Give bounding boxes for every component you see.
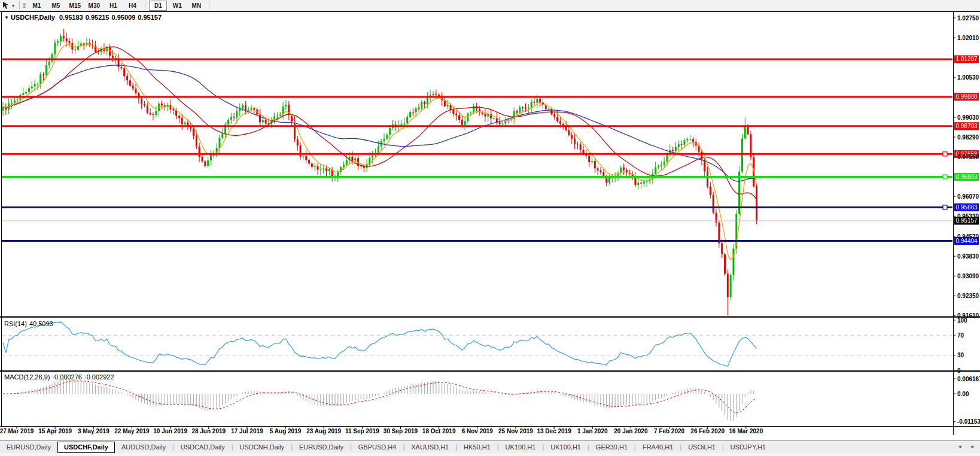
candle-body <box>553 114 555 117</box>
tab-scroll-right-icon[interactable]: ► <box>970 444 975 449</box>
candle-body <box>150 113 151 114</box>
candle-body <box>577 144 579 145</box>
rsi-tick-label: 0 <box>957 367 961 374</box>
candle-body <box>556 117 558 121</box>
candle-body <box>588 156 590 162</box>
candle-body <box>236 111 238 118</box>
chart-tab-xauusd-h1[interactable]: XAUUSD,H1 <box>404 442 455 452</box>
toolbar-grip[interactable]: ⁞⁞ <box>23 2 25 9</box>
candle-body <box>346 160 348 165</box>
candle-body <box>337 172 339 176</box>
candle-body <box>34 84 36 87</box>
candle-body <box>499 122 501 124</box>
candle-body <box>242 105 244 109</box>
candle-body <box>317 166 319 170</box>
timeframe-button-h1[interactable]: H1 <box>104 1 122 11</box>
candle-body <box>470 113 471 113</box>
timeframe-button-m15[interactable]: M15 <box>66 1 84 11</box>
rsi-value: 40.5093 <box>29 320 53 327</box>
chart-tab-usdcad-daily[interactable]: USDCAD,Daily <box>174 442 232 452</box>
candle-body <box>522 107 524 108</box>
candle-body <box>539 99 541 102</box>
high-value: 0.95215 <box>86 14 109 21</box>
chart-tab-usdchf-daily[interactable]: USDCHF,Daily <box>57 442 115 453</box>
candle-body <box>467 114 468 121</box>
chart-tab-eurusd-daily[interactable]: EURUSD,Daily <box>293 442 350 452</box>
candle-body <box>378 146 379 152</box>
candle-body <box>196 136 197 146</box>
line-handle[interactable] <box>943 152 947 156</box>
open-value: 0.95183 <box>59 14 83 21</box>
tab-scroll-left-icon[interactable]: ◄ <box>957 444 962 449</box>
chart-tab-uk100-h1[interactable]: UK100,H1 <box>544 442 588 452</box>
candle-body <box>519 107 521 113</box>
candle-body <box>701 152 702 160</box>
candle-body <box>54 42 56 54</box>
price-line-badge-label: 0.99800 <box>955 93 978 100</box>
rsi-tick-label: 70 <box>957 332 964 339</box>
line-handle[interactable] <box>943 205 947 209</box>
chart-tab-ger30-h1[interactable]: GER30,H1 <box>589 442 634 452</box>
candle-body <box>384 139 385 141</box>
timeframe-button-mn[interactable]: MN <box>187 1 205 11</box>
date-tick-label: 22 May 2019 <box>114 428 150 434</box>
candle-body <box>655 168 656 174</box>
price-tick-label: 0.94570 <box>957 233 979 240</box>
price-tick-label: 0.99030 <box>957 114 979 121</box>
candle-body <box>141 98 142 104</box>
candle-body <box>319 169 321 170</box>
candle-body <box>184 123 186 124</box>
chart-cursor-icon[interactable] <box>2 1 11 10</box>
price-tick-label: 0.98290 <box>957 134 979 141</box>
chart-tab-usdjpy-h1[interactable]: USDJPY,H1 <box>724 442 772 452</box>
candle-body <box>28 88 30 92</box>
candle-body <box>525 108 526 109</box>
date-tick-label: 18 Oct 2019 <box>422 428 456 434</box>
chart-tab-hk50-h1[interactable]: HK50,H1 <box>457 442 497 452</box>
timeframe-button-w1[interactable]: W1 <box>168 1 186 11</box>
chevron-down-icon[interactable]: ▾ <box>12 3 14 8</box>
timeframe-button-h4[interactable]: H4 <box>123 1 141 11</box>
candle-body <box>259 114 261 122</box>
chart-tab-usoil-h1[interactable]: USOil,H1 <box>681 442 722 452</box>
price-line-badge-label: 1.01207 <box>955 56 978 62</box>
candle-body <box>230 117 232 120</box>
candle-body <box>681 144 683 145</box>
candle-body <box>597 168 599 170</box>
candle-body <box>233 117 235 117</box>
date-tick-label: 23 Aug 2019 <box>306 428 341 434</box>
timeframe-button-d1[interactable]: D1 <box>149 1 167 11</box>
chart-tab-gbpusd-h4[interactable]: GBPUSD,H4 <box>352 442 403 452</box>
date-tick-label: 15 Apr 2019 <box>38 428 72 434</box>
macd-main-value: -0.000276 <box>52 373 82 381</box>
candle-body <box>193 129 194 136</box>
timeframe-button-m1[interactable]: M1 <box>28 1 45 11</box>
line-handle[interactable] <box>943 175 947 179</box>
candle-body <box>11 103 13 104</box>
candle-body <box>262 120 264 122</box>
toolbar-separator <box>19 1 20 10</box>
date-tick-label: 13 Dec 2019 <box>537 428 571 434</box>
timeframe-button-m5[interactable]: M5 <box>47 1 65 11</box>
price-tick-label: 0.96070 <box>957 193 979 200</box>
candle-body <box>343 165 345 167</box>
chart-tab-usdcnh-daily[interactable]: USDCNH,Daily <box>233 442 291 452</box>
candle-body <box>48 62 50 65</box>
candle-body <box>571 135 573 138</box>
candle-body <box>147 105 148 113</box>
candle-body <box>152 114 154 115</box>
collapse-icon[interactable]: ▼ <box>4 15 9 20</box>
chart-tab-audusd-daily[interactable]: AUDUSD,Daily <box>115 442 172 452</box>
chart-tab-uk100-h1[interactable]: UK100,H1 <box>499 442 543 452</box>
candle-body <box>692 139 694 142</box>
rsi-name: RSI(14) <box>4 320 27 327</box>
close-value: 0.95157 <box>138 14 162 21</box>
chart-tab-eurusd-daily[interactable]: EURUSD,Daily <box>0 442 57 452</box>
date-tick-label: 11 Sep 2019 <box>345 428 379 434</box>
candle-body <box>302 156 304 157</box>
candle-body <box>594 161 596 168</box>
chart-tab-fra40-h1[interactable]: FRA40,H1 <box>636 442 680 452</box>
candle-body <box>493 118 495 119</box>
timeframe-button-m30[interactable]: M30 <box>85 1 103 11</box>
candle-body <box>724 254 726 274</box>
